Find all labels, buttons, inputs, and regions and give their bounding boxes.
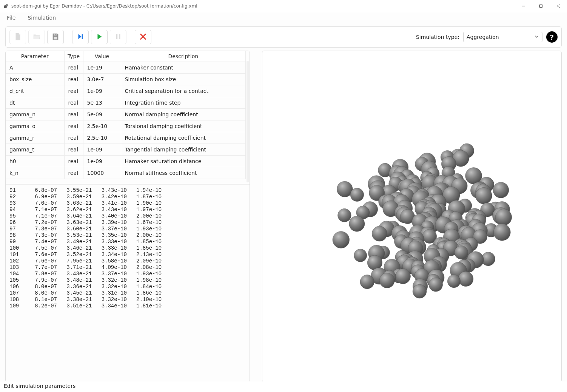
svg-point-91 [338,208,351,222]
left-panel: Parameter Type Value Description Areal1e… [5,51,250,382]
svg-rect-7 [54,37,57,39]
svg-point-176 [458,272,473,287]
table-cell-desc[interactable]: Critical separation for a contact [121,85,246,97]
table-cell-value[interactable]: 5e-13 [83,97,121,109]
sim-type-select[interactable]: Aggregation [463,32,542,42]
col-header-description[interactable]: Description [121,51,246,62]
sim-type-value: Aggregation [467,34,499,40]
table-cell-type[interactable]: real [64,156,83,167]
table-row[interactable]: gamma_treal1e-09Tangential damping coeff… [6,144,246,156]
table-cell-desc[interactable]: Hamaker saturation distance [121,156,246,167]
table-cell-param[interactable]: box_size [6,74,64,85]
table-row[interactable]: k_nreal10000Normal stiffness coefficient [6,167,246,179]
svg-rect-9 [82,34,83,39]
floppy-disk-icon [51,32,60,42]
table-cell-param[interactable]: gamma_r [6,132,64,144]
col-header-type[interactable]: Type [64,51,83,62]
table-cell-value[interactable]: 1e-09 [83,85,121,97]
svg-point-105 [349,216,365,231]
stop-reset-button[interactable] [135,30,151,44]
3d-viewport[interactable] [262,51,562,382]
table-cell-type[interactable]: real [64,144,83,156]
table-cell-type[interactable]: real [64,109,83,120]
window-maximize-button[interactable] [532,0,550,12]
table-row[interactable]: h0real1e-09Hamaker saturation distance [6,156,246,167]
statusbar-text: Edit simulation parameters [4,383,75,389]
help-button[interactable]: ? [546,31,558,43]
table-cell-type[interactable]: real [64,167,83,179]
table-row[interactable]: Areal1e-19Hamaker constant [6,62,246,74]
table-cell-desc[interactable]: Hamaker constant [121,62,246,74]
table-row[interactable]: dtreal5e-13Integration time step [6,97,246,109]
splitter-handle[interactable] [255,51,257,382]
col-header-parameter[interactable]: Parameter [6,51,64,62]
parameter-table-scroll[interactable]: Parameter Type Value Description Areal1e… [6,51,250,184]
app-icon [3,3,9,9]
svg-point-129 [333,231,350,248]
svg-point-181 [429,278,443,292]
table-cell-value[interactable]: 1e-09 [83,156,121,167]
svg-point-179 [447,275,460,287]
menubar: File Simulation [0,12,567,23]
parameter-table[interactable]: Parameter Type Value Description Areal1e… [6,51,246,179]
table-cell-param[interactable]: k_n [6,167,64,179]
col-header-value[interactable]: Value [83,51,121,62]
play-icon [95,32,103,42]
table-cell-param[interactable]: gamma_t [6,144,64,156]
table-cell-value[interactable]: 5e-09 [83,109,121,120]
play-button[interactable] [91,30,108,44]
table-cell-type[interactable]: real [64,132,83,144]
window-titlebar: soot-dem-gui by Egor Demidov - C:/Users/… [0,0,567,12]
table-cell-desc[interactable]: Normal stiffness coefficient [121,167,246,179]
table-cell-desc[interactable]: Normal damping coefficient [121,109,246,120]
table-cell-type[interactable]: real [64,97,83,109]
svg-point-177 [379,273,394,288]
table-cell-value[interactable]: 1e-19 [83,62,121,74]
svg-point-95 [495,209,512,225]
table-cell-desc[interactable]: Rotational damping coefficient [121,132,246,144]
table-row[interactable]: d_critreal1e-09Critical separation for a… [6,85,246,97]
svg-point-173 [395,269,410,284]
table-cell-param[interactable]: h0 [6,156,64,167]
window-title: soot-dem-gui by Egor Demidov - C:/Users/… [11,3,197,9]
new-file-button[interactable] [9,30,26,44]
table-cell-param[interactable]: A [6,62,64,74]
table-cell-type[interactable]: real [64,120,83,132]
table-cell-param[interactable]: dt [6,97,64,109]
svg-point-121 [372,226,387,241]
menu-file[interactable]: File [5,13,18,22]
svg-point-50 [493,182,509,198]
table-cell-type[interactable]: real [64,85,83,97]
table-cell-param[interactable]: gamma_n [6,109,64,120]
table-cell-desc[interactable]: Integration time step [121,97,246,109]
table-cell-value[interactable]: 2.5e-10 [83,132,121,144]
close-icon [139,32,147,42]
table-cell-desc[interactable]: Torsional damping coefficient [121,120,246,132]
table-row[interactable]: box_sizereal3.0e-7Simulation box size [6,74,246,85]
table-row[interactable]: gamma_nreal5e-09Normal damping coefficie… [6,109,246,120]
pause-button[interactable] [110,30,126,44]
svg-rect-3 [540,5,542,7]
table-cell-value[interactable]: 10000 [83,167,121,179]
table-cell-value[interactable]: 3.0e-7 [83,74,121,85]
table-cell-param[interactable]: gamma_o [6,120,64,132]
table-cell-type[interactable]: real [64,62,83,74]
table-cell-desc[interactable]: Tangential damping coefficient [121,144,246,156]
table-cell-value[interactable]: 2.5e-10 [83,120,121,132]
output-log-panel[interactable]: 91 6.8e-07 3.55e-21 3.43e-10 1.94e-10 92… [6,184,250,382]
table-cell-desc[interactable]: Simulation box size [121,74,246,85]
table-cell-type[interactable]: real [64,74,83,85]
table-cell-value[interactable]: 1e-09 [83,144,121,156]
table-row[interactable]: gamma_oreal2.5e-10Torsional damping coef… [6,120,246,132]
window-close-button[interactable] [550,0,567,12]
table-cell-param[interactable]: d_crit [6,85,64,97]
open-file-button[interactable] [28,30,45,44]
table-row[interactable]: gamma_rreal2.5e-10Rotational damping coe… [6,132,246,144]
skip-forward-button[interactable] [72,30,89,44]
svg-point-117 [493,224,510,241]
menu-simulation[interactable]: Simulation [25,13,58,22]
help-icon: ? [550,33,554,41]
window-minimize-button[interactable] [515,0,532,12]
output-log-text: 91 6.8e-07 3.55e-21 3.43e-10 1.94e-10 92… [9,187,248,309]
save-button[interactable] [47,30,64,44]
